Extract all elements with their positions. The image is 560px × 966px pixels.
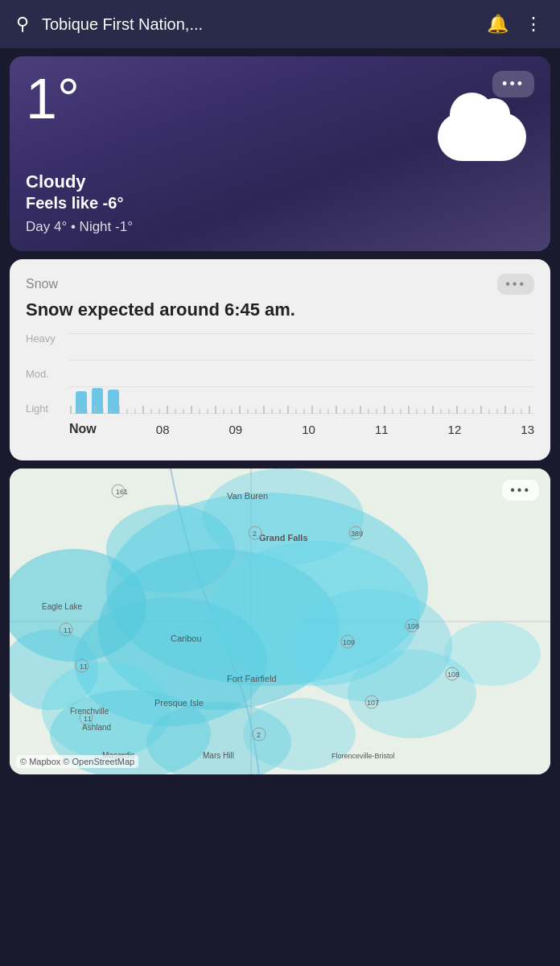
svg-text:11: 11 bbox=[80, 663, 88, 671]
time-08: 08 bbox=[156, 423, 170, 436]
time-09: 09 bbox=[229, 423, 243, 436]
snow-label: Snow bbox=[26, 277, 58, 291]
svg-text:Fort Fairfield: Fort Fairfield bbox=[227, 674, 277, 683]
svg-text:Caribou: Caribou bbox=[171, 634, 202, 643]
precipitation-chart: Heavy Mod. Light bbox=[26, 333, 534, 438]
svg-point-73 bbox=[106, 505, 235, 593]
svg-text:Florenceville-Bristol: Florenceville-Bristol bbox=[331, 752, 395, 760]
svg-text:161: 161 bbox=[116, 488, 128, 496]
mod-label: Mod. bbox=[26, 369, 56, 379]
light-label: Light bbox=[26, 403, 56, 414]
map-card[interactable]: ••• Van Buren Grand Falls Eagle Lake C bbox=[10, 469, 550, 774]
time-11: 11 bbox=[375, 423, 389, 436]
svg-text:Eagle Lake: Eagle Lake bbox=[42, 602, 82, 611]
svg-text:11: 11 bbox=[64, 626, 72, 634]
svg-text:Grand Falls: Grand Falls bbox=[259, 533, 308, 543]
precip-levels: Heavy Mod. Light bbox=[26, 333, 56, 414]
location-title[interactable]: Tobique First Nation,... bbox=[42, 15, 487, 34]
time-now: Now bbox=[69, 422, 97, 436]
weather-card: 1° ••• Cloudy Feels like -6° Day 4° • Ni… bbox=[10, 56, 550, 251]
weather-more-options[interactable]: ••• bbox=[492, 71, 534, 97]
heavy-label: Heavy bbox=[26, 333, 56, 344]
bars-container bbox=[69, 333, 534, 414]
svg-text:2: 2 bbox=[253, 530, 257, 538]
svg-text:389: 389 bbox=[351, 530, 363, 538]
cloud-icon bbox=[438, 113, 526, 161]
time-10: 10 bbox=[302, 423, 315, 436]
svg-text:Mars Hill: Mars Hill bbox=[203, 751, 234, 760]
map-more-options[interactable]: ••• bbox=[502, 480, 539, 501]
temp-range: Day 4° • Night -1° bbox=[26, 219, 534, 235]
svg-text:109: 109 bbox=[343, 638, 355, 646]
snow-more-options[interactable]: ••• bbox=[497, 274, 534, 295]
svg-text:Presque Isle: Presque Isle bbox=[154, 698, 204, 708]
more-options-icon[interactable]: ⋮ bbox=[525, 14, 544, 35]
svg-text:2: 2 bbox=[257, 731, 261, 739]
snow-title: Snow expected around 6:45 am. bbox=[26, 299, 534, 320]
temperature-display: 1° bbox=[26, 71, 80, 127]
top-bar: ⚲ Tobique First Nation,... 🔔 ⋮ bbox=[0, 0, 560, 48]
radar-map: Van Buren Grand Falls Eagle Lake Caribou… bbox=[10, 469, 550, 774]
search-icon[interactable]: ⚲ bbox=[16, 14, 29, 35]
svg-text:108: 108 bbox=[447, 671, 459, 679]
degree-symbol: ° bbox=[57, 68, 80, 130]
snow-card: Snow ••• Snow expected around 6:45 am. H… bbox=[10, 259, 550, 460]
time-labels: Now 08 09 10 11 12 13 bbox=[69, 420, 534, 438]
svg-text:11: 11 bbox=[84, 715, 92, 723]
svg-text:108: 108 bbox=[407, 622, 419, 630]
svg-text:107: 107 bbox=[367, 699, 379, 707]
bell-icon[interactable]: 🔔 bbox=[487, 14, 509, 35]
feels-like: Feels like -6° bbox=[26, 194, 534, 213]
weather-condition: Cloudy bbox=[26, 171, 534, 192]
map-attribution: © Mapbox © OpenStreetMap bbox=[16, 755, 138, 768]
time-13: 13 bbox=[521, 423, 534, 436]
svg-text:Van Buren: Van Buren bbox=[227, 491, 268, 501]
time-12: 12 bbox=[448, 423, 462, 436]
time-ticks bbox=[69, 406, 534, 415]
